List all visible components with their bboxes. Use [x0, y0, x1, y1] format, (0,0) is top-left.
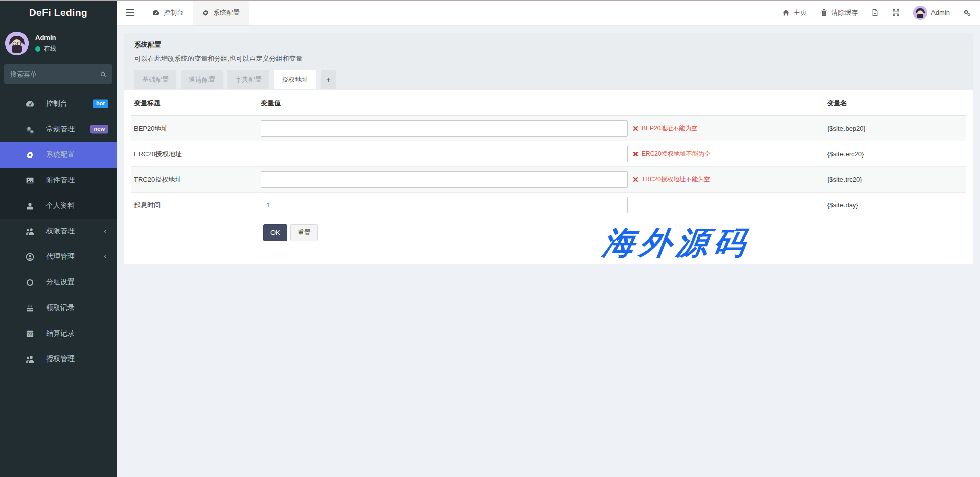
users-icon: [26, 355, 34, 364]
clear-cache-button[interactable]: 清除缓存: [820, 8, 858, 17]
table-row: BEP20地址 BEP20地址不能为空 {$site.bep20}: [131, 116, 966, 141]
circle-icon: [26, 278, 34, 287]
settings-button[interactable]: [963, 9, 971, 16]
svg-text:06: 06: [28, 332, 32, 336]
sidebar-item-claim-records[interactable]: 领取记录: [0, 295, 117, 321]
avatar: [913, 6, 927, 20]
window-top-strip: [0, 0, 980, 1]
topbar-tab-label: 系统配置: [213, 8, 240, 17]
config-panel: 系统配置 可以在此增改系统的变量和分组,也可以自定义分组和变量 基础配置 邀请配…: [124, 33, 973, 264]
home-label: 主页: [793, 8, 807, 17]
avatar: [5, 32, 29, 55]
ok-button[interactable]: OK: [263, 224, 287, 241]
add-tab-button[interactable]: +: [321, 70, 336, 89]
error-x-icon: [633, 177, 639, 182]
sidebar-item-attachments[interactable]: 附件管理: [0, 168, 117, 193]
file-icon: [871, 9, 879, 16]
menu-search-input[interactable]: [10, 70, 100, 78]
image-icon: [26, 176, 34, 185]
chevron-left-icon: [103, 229, 108, 234]
interest-start-input[interactable]: [261, 197, 628, 213]
page-subtitle: 可以在此增改系统的变量和分组,也可以自定义分组和变量: [134, 54, 963, 63]
sidebar-item-general[interactable]: 常规管理 new: [0, 116, 117, 142]
tab-dict-config[interactable]: 字典配置: [227, 70, 269, 89]
menu-search-box[interactable]: [4, 64, 112, 84]
topbar-username: Admin: [931, 9, 950, 16]
user-menu[interactable]: Admin: [913, 6, 950, 20]
topbar-right: 主页 清除缓存 Admin: [782, 0, 980, 25]
trash-icon: [820, 9, 828, 16]
tab-basic-config[interactable]: 基础配置: [134, 70, 176, 89]
var-title: TRC20授权地址: [131, 175, 261, 184]
check-update-button[interactable]: [871, 9, 879, 16]
var-title: ERC20授权地址: [131, 150, 261, 159]
topbar-tab-dashboard[interactable]: 控制台: [143, 0, 193, 25]
var-title: 起息时间: [131, 201, 261, 210]
dashboard-icon: [152, 9, 159, 16]
user-panel: Admin 在线: [0, 26, 117, 60]
topbar-tab-label: 控制台: [164, 8, 184, 17]
trc20-address-input[interactable]: [261, 171, 628, 188]
table-row: 起息时间 {$site.day}: [131, 193, 966, 218]
sidebar-item-settle-records[interactable]: 06 结算记录: [0, 321, 117, 346]
sidebar-item-dashboard[interactable]: 控制台 hot: [0, 91, 117, 116]
hamburger-menu-icon[interactable]: [117, 0, 143, 25]
reset-button[interactable]: 重置: [290, 224, 318, 241]
tab-auth-address[interactable]: 授权地址: [274, 70, 316, 89]
validation-error: TRC20授权地址不能为空: [642, 175, 710, 184]
sidebar: DeFi Leding Admin 在线: [0, 0, 117, 477]
sidebar-item-label: 权限管理: [46, 227, 75, 236]
page-title: 系统配置: [134, 40, 963, 50]
error-x-icon: [633, 126, 639, 131]
hot-badge: hot: [93, 99, 108, 108]
validation-error: ERC20授权地址不能为空: [642, 150, 711, 158]
sidebar-item-label: 结算记录: [46, 329, 75, 338]
validation-error: BEP20地址不能为空: [642, 124, 697, 133]
home-icon: [782, 9, 790, 16]
bep20-address-input[interactable]: [261, 120, 628, 137]
gears-icon: [26, 125, 34, 134]
dashboard-icon: [26, 100, 34, 108]
var-name: {$site.trc20}: [827, 176, 966, 183]
chevron-left-icon: [103, 254, 108, 259]
sidebar-item-label: 领取记录: [46, 303, 75, 313]
tab-invite-config[interactable]: 邀请配置: [181, 70, 223, 89]
brand-logo: DeFi Leding: [0, 0, 117, 26]
user-circle-icon: [26, 253, 34, 261]
var-name: {$site.bep20}: [827, 125, 966, 132]
sidebar-item-label: 系统配置: [46, 150, 75, 159]
sidebar-item-profile[interactable]: 个人资料: [0, 193, 117, 219]
form-actions: OK 重置: [261, 224, 966, 241]
sidebar-item-label: 常规管理: [46, 125, 75, 134]
var-title: BEP20地址: [131, 124, 261, 133]
user-name: Admin: [35, 34, 56, 41]
topbar-tab-system-config[interactable]: 系统配置: [193, 0, 249, 25]
config-tabs: 基础配置 邀请配置 字典配置 授权地址 +: [134, 70, 963, 89]
var-name: {$site.erc20}: [827, 150, 966, 158]
col-header-value: 变量值: [261, 99, 827, 108]
gear-icon: [26, 151, 34, 159]
search-icon: [100, 70, 106, 78]
sidebar-item-label: 分红设置: [46, 278, 75, 287]
sidebar-item-label: 授权管理: [46, 354, 75, 364]
erc20-address-input[interactable]: [261, 146, 628, 162]
home-button[interactable]: 主页: [782, 8, 807, 17]
sidebar-item-permissions[interactable]: 权限管理: [0, 219, 117, 244]
sidebar-item-system-config[interactable]: 系统配置: [0, 142, 117, 168]
sidebar-item-label: 控制台: [46, 99, 67, 108]
sidebar-item-label: 代理管理: [46, 252, 75, 261]
fullscreen-button[interactable]: [892, 9, 900, 16]
config-rows: BEP20地址 BEP20地址不能为空 {$site.bep20} ERC20授…: [131, 116, 966, 218]
new-badge: new: [90, 125, 108, 133]
online-status-label: 在线: [44, 44, 56, 53]
gears-icon: [963, 9, 971, 16]
sidebar-item-auth-manage[interactable]: 授权管理: [0, 346, 117, 372]
sidebar-item-dividend[interactable]: 分红设置: [0, 270, 117, 295]
var-name: {$site.day}: [827, 201, 966, 209]
panel-body: 变量标题 变量值 变量名 BEP20地址 BEP20地址不能为空 {$site.…: [124, 90, 973, 241]
sidebar-item-agents[interactable]: 代理管理: [0, 244, 117, 270]
user-icon: [26, 202, 34, 210]
calendar-icon: 06: [26, 329, 34, 338]
col-header-name: 变量名: [827, 99, 966, 108]
table-row: TRC20授权地址 TRC20授权地址不能为空 {$site.trc20}: [131, 167, 966, 193]
